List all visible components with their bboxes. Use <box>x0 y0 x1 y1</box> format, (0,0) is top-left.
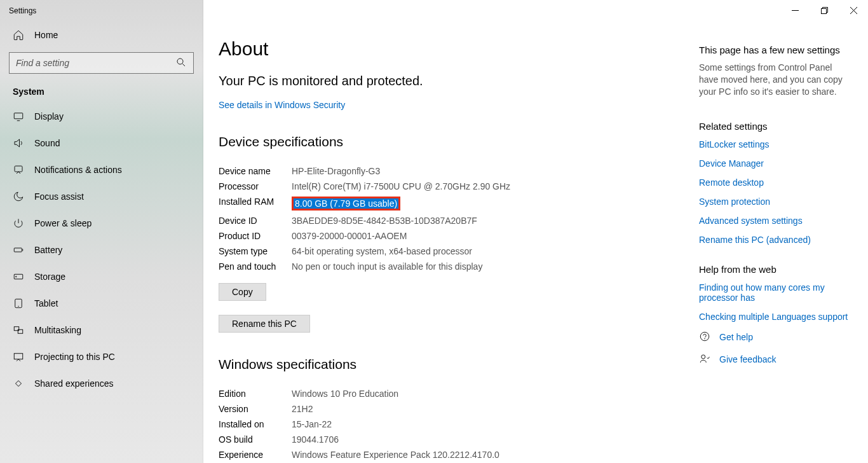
home-icon <box>13 29 24 41</box>
focus-assist-icon <box>13 191 24 202</box>
related-heading: Related settings <box>699 121 849 132</box>
svg-rect-13 <box>821 8 826 13</box>
storage-icon <box>13 271 24 282</box>
notifications-icon <box>13 164 24 176</box>
maximize-button[interactable] <box>810 0 839 20</box>
spec-pen-touch: Pen and touchNo pen or touch input is av… <box>219 259 699 274</box>
multitasking-icon <box>13 324 24 336</box>
help-heading: Help from the web <box>699 264 849 275</box>
ram-value[interactable]: 8.00 GB (7.79 GB usable) <box>294 198 398 209</box>
search-input[interactable] <box>16 58 175 68</box>
spec-device-name: Device nameHP-Elite-Dragonfly-G3 <box>219 163 699 179</box>
link-help-languages[interactable]: Checking multiple Languages support <box>699 312 849 322</box>
give-feedback-row[interactable]: Give feedback <box>699 353 849 366</box>
power-icon <box>13 218 24 229</box>
protection-subtitle: Your PC is monitored and protected. <box>219 74 699 88</box>
nav-label: Projecting to this PC <box>34 352 115 362</box>
spec-processor: ProcessorIntel(R) Core(TM) i7-7500U CPU … <box>219 179 699 194</box>
sidebar-home-label: Home <box>34 30 58 40</box>
svg-rect-9 <box>14 354 23 359</box>
shared-icon <box>13 378 24 389</box>
page-title: About <box>219 38 699 60</box>
rename-pc-button[interactable]: Rename this PC <box>219 315 310 333</box>
window-title: Settings <box>0 0 203 22</box>
svg-rect-3 <box>14 248 22 252</box>
link-rename-advanced[interactable]: Rename this PC (advanced) <box>699 235 849 245</box>
sidebar-item-storage[interactable]: Storage <box>0 263 203 290</box>
sidebar-item-power[interactable]: Power & sleep <box>0 210 203 237</box>
link-remote-desktop[interactable]: Remote desktop <box>699 177 849 188</box>
sidebar-item-tablet[interactable]: Tablet <box>0 290 203 317</box>
nav-label: Shared experiences <box>34 378 114 389</box>
feedback-link: Give feedback <box>719 354 776 364</box>
new-settings-heading: This page has a few new settings <box>699 45 849 55</box>
search-icon <box>175 57 187 70</box>
svg-point-0 <box>177 59 183 64</box>
spec-version: Version21H2 <box>219 401 699 417</box>
search-box[interactable] <box>9 52 194 74</box>
get-help-icon <box>699 331 710 344</box>
svg-rect-1 <box>14 113 23 119</box>
get-help-link: Get help <box>719 332 753 342</box>
svg-point-5 <box>16 276 17 277</box>
svg-point-11 <box>705 338 705 339</box>
spec-edition: EditionWindows 10 Pro Education <box>219 386 699 401</box>
sidebar-section-system: System <box>0 80 203 103</box>
sidebar-item-focus-assist[interactable]: Focus assist <box>0 183 203 210</box>
nav-label: Display <box>34 111 64 121</box>
spec-product-id: Product ID00379-20000-00001-AAOEM <box>219 228 699 244</box>
link-system-protection[interactable]: System protection <box>699 197 849 207</box>
content: About Your PC is monitored and protected… <box>203 0 699 463</box>
sidebar-item-projecting[interactable]: Projecting to this PC <box>0 343 203 370</box>
spec-experience: ExperienceWindows Feature Experience Pac… <box>219 447 699 462</box>
nav-label: Battery <box>34 245 62 255</box>
main: About Your PC is monitored and protected… <box>203 0 868 463</box>
sidebar-item-sound[interactable]: Sound <box>0 130 203 156</box>
spec-system-type: System type64-bit operating system, x64-… <box>219 244 699 259</box>
sidebar-item-battery[interactable]: Battery <box>0 237 203 263</box>
nav-label: Tablet <box>34 298 58 308</box>
projecting-icon <box>13 351 24 363</box>
link-advanced-settings[interactable]: Advanced system settings <box>699 216 849 226</box>
spec-ram: Installed RAM8.00 GB (7.79 GB usable) <box>219 194 699 213</box>
sidebar-item-notifications[interactable]: Notifications & actions <box>0 156 203 183</box>
nav-label: Multitasking <box>34 325 81 335</box>
spec-os-build: OS build19044.1706 <box>219 432 699 447</box>
link-bitlocker[interactable]: BitLocker settings <box>699 139 849 149</box>
sidebar-item-display[interactable]: Display <box>0 103 203 130</box>
right-pane: This page has a few new settings Some se… <box>699 0 868 463</box>
window-controls <box>780 0 868 20</box>
spec-installed-on: Installed on15-Jan-22 <box>219 417 699 432</box>
nav-label: Storage <box>34 272 65 282</box>
sidebar-home[interactable]: Home <box>0 22 203 48</box>
tablet-icon <box>13 298 24 309</box>
nav-label: Notifications & actions <box>34 165 122 175</box>
spec-device-id: Device ID3BAEDDE9-8D5E-4842-B53B-10D387A… <box>219 213 699 228</box>
close-button[interactable] <box>839 0 868 20</box>
nav-label: Sound <box>34 138 60 148</box>
get-help-row[interactable]: Get help <box>699 331 849 344</box>
new-settings-text: Some settings from Control Panel have mo… <box>699 62 849 98</box>
svg-point-10 <box>700 332 709 341</box>
nav-label: Focus assist <box>34 191 84 202</box>
svg-rect-2 <box>15 166 22 172</box>
link-help-cores[interactable]: Finding out how many cores my processor … <box>699 282 849 303</box>
copy-button[interactable]: Copy <box>219 283 266 301</box>
sidebar-item-shared[interactable]: Shared experiences <box>0 370 203 397</box>
feedback-icon <box>699 353 710 366</box>
link-device-manager[interactable]: Device Manager <box>699 158 849 169</box>
nav-label: Power & sleep <box>34 218 92 228</box>
sound-icon <box>13 137 24 149</box>
sidebar: Settings Home System Display Sound Notif… <box>0 0 203 463</box>
minimize-button[interactable] <box>780 0 810 20</box>
ram-highlight: 8.00 GB (7.79 GB usable) <box>292 197 400 211</box>
security-link[interactable]: See details in Windows Security <box>219 100 345 110</box>
battery-icon <box>13 244 24 256</box>
display-icon <box>13 111 24 122</box>
windows-spec-heading: Windows specifications <box>219 357 699 372</box>
device-spec-heading: Device specifications <box>219 134 699 149</box>
sidebar-item-multitasking[interactable]: Multitasking <box>0 317 203 343</box>
svg-point-12 <box>702 355 705 359</box>
